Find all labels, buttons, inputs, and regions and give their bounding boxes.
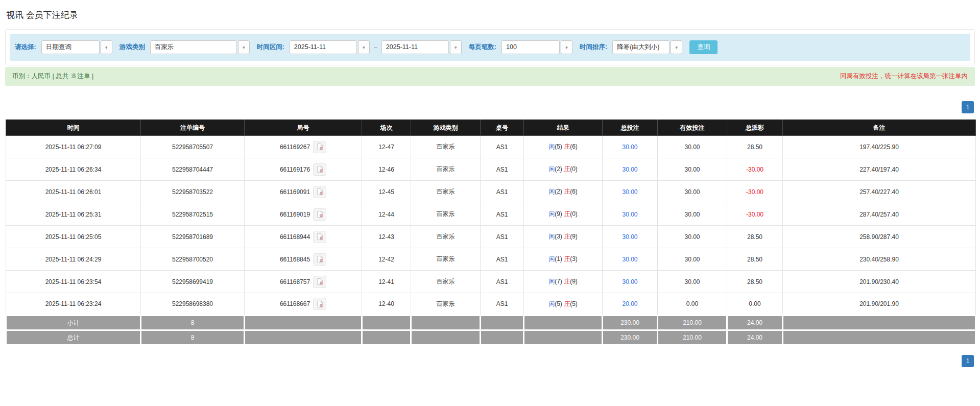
total-bet-link[interactable]: 30.00 bbox=[622, 233, 637, 241]
remark-cell: 258.90/287.40 bbox=[783, 226, 976, 248]
date-from-value[interactable]: 2025-11-11 bbox=[290, 40, 357, 54]
remark-cell: 230.40/258.90 bbox=[783, 248, 976, 271]
date-to-input[interactable]: 2025-11-11 ▾ bbox=[381, 40, 462, 54]
replay-video-icon[interactable] bbox=[313, 253, 326, 266]
total-bet-cell: 30.00 bbox=[603, 226, 658, 248]
query-button[interactable]: 查询 bbox=[689, 40, 718, 54]
total-bet-link[interactable]: 30.00 bbox=[622, 166, 637, 173]
date-to-value[interactable]: 2025-11-11 bbox=[381, 40, 449, 54]
empty-cell bbox=[362, 316, 411, 330]
round-number: 661169091 bbox=[280, 188, 310, 196]
bet-id-cell: 522958703522 bbox=[141, 181, 245, 203]
result-banker-label: 庄 bbox=[564, 188, 570, 195]
total-bet-link[interactable]: 20.00 bbox=[622, 300, 637, 307]
page-number-button[interactable]: 1 bbox=[962, 101, 974, 113]
result-banker-label: 庄 bbox=[564, 255, 570, 262]
table-id-cell: AS1 bbox=[481, 271, 524, 293]
payout-cell: 28.50 bbox=[727, 226, 783, 248]
result-cell: 闲(3) 庄(9) bbox=[524, 226, 603, 248]
result-banker-value: (6) bbox=[570, 143, 578, 150]
total-bet-link[interactable]: 30.00 bbox=[622, 144, 637, 151]
time-cell: 2025-11-11 06:25:31 bbox=[6, 203, 141, 226]
chevron-down-icon[interactable]: ▾ bbox=[561, 40, 572, 54]
date-range-separator: ~ bbox=[374, 44, 377, 51]
date-type-value[interactable]: 日期查询 bbox=[41, 40, 100, 54]
date-from-input[interactable]: 2025-11-11 ▾ bbox=[290, 40, 370, 54]
table-body: 2025-11-11 06:27:09522958705507661169267… bbox=[6, 136, 976, 316]
column-header-session: 场次 bbox=[362, 120, 411, 136]
round-cell: 661168944 bbox=[245, 226, 362, 248]
page-number-button[interactable]: 1 bbox=[962, 355, 974, 367]
replay-video-icon[interactable] bbox=[313, 231, 326, 243]
subtotal-total-bet: 230.00 bbox=[603, 316, 658, 330]
chevron-down-icon[interactable]: ▾ bbox=[358, 40, 370, 54]
time-cell: 2025-11-11 06:24:29 bbox=[6, 248, 141, 271]
subtotal-count: 8 bbox=[141, 316, 245, 330]
remark-cell: 287.40/257.40 bbox=[783, 203, 976, 226]
total-bet-cell: 30.00 bbox=[603, 158, 658, 181]
subtotal-valid-bet: 210.00 bbox=[658, 316, 727, 330]
total-payout: 24.00 bbox=[727, 330, 783, 345]
round-cell: 661168845 bbox=[245, 248, 362, 271]
page-size-input[interactable]: 100 ▾ bbox=[501, 40, 572, 54]
time-cell: 2025-11-11 06:26:34 bbox=[6, 158, 141, 181]
total-bet-cell: 30.00 bbox=[603, 271, 658, 293]
table-id-cell: AS1 bbox=[481, 158, 524, 181]
total-bet-link[interactable]: 30.00 bbox=[622, 211, 637, 218]
time-cell: 2025-11-11 06:26:01 bbox=[6, 181, 141, 203]
result-banker-label: 庄 bbox=[564, 165, 570, 173]
sort-value[interactable]: 降幂(由大到小) bbox=[612, 40, 670, 54]
round-number: 661169267 bbox=[280, 144, 310, 151]
replay-video-icon[interactable] bbox=[313, 208, 326, 221]
result_player-label: 闲 bbox=[548, 255, 555, 262]
result-banker-value: (9) bbox=[570, 278, 578, 285]
result-banker-label: 庄 bbox=[564, 233, 570, 240]
game-type-select[interactable]: 百家乐 ▾ bbox=[150, 40, 250, 54]
replay-video-icon[interactable] bbox=[313, 186, 326, 198]
page-size-value[interactable]: 100 bbox=[501, 40, 560, 54]
valid-bet-cell: 30.00 bbox=[658, 271, 727, 293]
replay-video-icon[interactable] bbox=[313, 141, 326, 153]
total-bet-link[interactable]: 30.00 bbox=[622, 278, 637, 285]
total-bet-link[interactable]: 30.00 bbox=[622, 256, 637, 263]
table-header: 时间 注单编号 局号 场次 游戏类别 桌号 结果 总投注 有效投注 总派彩 备注 bbox=[6, 120, 976, 136]
remark-cell: 227.40/197.40 bbox=[783, 158, 976, 181]
total-row: 总计 8 230.00 210.00 24.00 bbox=[6, 330, 976, 345]
column-header-result: 结果 bbox=[524, 120, 603, 136]
table-id-cell: AS1 bbox=[481, 226, 524, 248]
chevron-down-icon[interactable]: ▾ bbox=[101, 40, 112, 54]
table-row: 2025-11-11 06:23:54522958699419661168757… bbox=[6, 271, 976, 293]
game-type-value[interactable]: 百家乐 bbox=[150, 40, 237, 54]
session-cell: 12-43 bbox=[362, 226, 411, 248]
bet-id-cell: 522958702515 bbox=[141, 203, 245, 226]
result_player-label: 闲 bbox=[548, 165, 555, 173]
table-row: 2025-11-11 06:24:29522958700520661168845… bbox=[6, 248, 976, 271]
date-type-select[interactable]: 日期查询 ▾ bbox=[41, 40, 112, 54]
empty-cell bbox=[783, 316, 976, 330]
payout-cell: 28.50 bbox=[727, 136, 783, 158]
total-bet-link[interactable]: 30.00 bbox=[622, 188, 637, 196]
game-type-label: 游戏类别 bbox=[119, 43, 145, 52]
result-cell: 闲(1) 庄(3) bbox=[524, 248, 603, 271]
chevron-down-icon[interactable]: ▾ bbox=[671, 40, 682, 54]
result_player-label: 闲 bbox=[548, 210, 555, 218]
replay-video-icon[interactable] bbox=[313, 298, 326, 310]
chevron-down-icon[interactable]: ▾ bbox=[238, 40, 250, 54]
replay-video-icon[interactable] bbox=[313, 276, 326, 288]
round-number: 661168845 bbox=[280, 256, 310, 263]
remark-cell: 197.40/225.90 bbox=[783, 136, 976, 158]
table-id-cell: AS1 bbox=[481, 293, 524, 316]
sort-select[interactable]: 降幂(由大到小) ▾ bbox=[612, 40, 682, 54]
filter-bar: 请选择: 日期查询 ▾ 游戏类别 百家乐 ▾ 时间区间: 2025-11-11 … bbox=[10, 34, 970, 61]
valid-bet-cell: 30.00 bbox=[658, 158, 727, 181]
payout-cell: -30.00 bbox=[727, 203, 783, 226]
chevron-down-icon[interactable]: ▾ bbox=[450, 40, 462, 54]
result-cell: 闲(5) 庄(6) bbox=[524, 136, 603, 158]
table-id-cell: AS1 bbox=[481, 248, 524, 271]
valid-bet-cell: 0.00 bbox=[658, 293, 727, 316]
valid-bet-cell: 30.00 bbox=[658, 248, 727, 271]
empty-cell bbox=[481, 316, 524, 330]
payout-cell: -30.00 bbox=[727, 181, 783, 203]
round-cell: 661169267 bbox=[245, 136, 362, 158]
replay-video-icon[interactable] bbox=[313, 163, 326, 176]
